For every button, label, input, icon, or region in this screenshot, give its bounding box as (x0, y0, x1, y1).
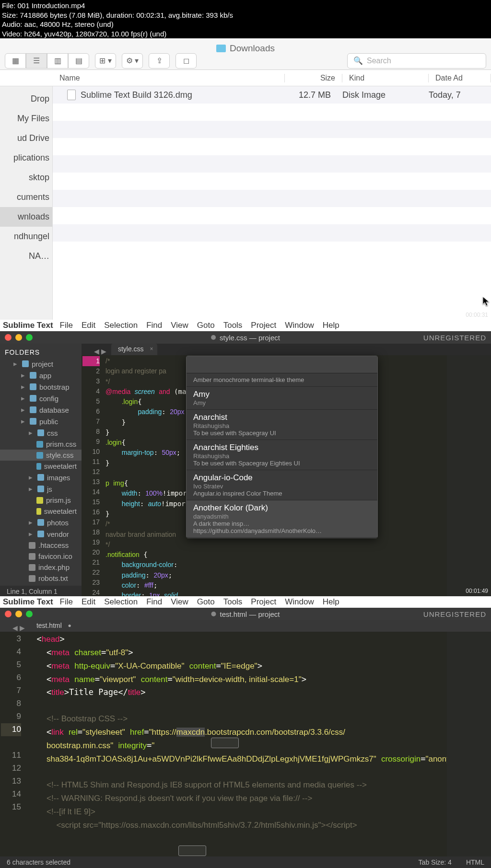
palette-item[interactable]: AnarchistRitashugishaTo be used with Spa… (187, 410, 377, 440)
folder-sidebar[interactable]: FOLDERS ▸ project▸ app▸ bootstrap▸ confi… (0, 344, 82, 586)
minimize-button[interactable] (15, 334, 22, 341)
selection-info: 6 characters selected (7, 858, 70, 866)
tree-item[interactable]: style.css (0, 450, 82, 461)
tab-bar: ◀ ▶ style.css× (82, 344, 491, 355)
menu-project[interactable]: Project (251, 321, 276, 330)
minimize-button[interactable] (15, 611, 22, 617)
coverflow-view-button[interactable]: ▤ (68, 53, 89, 69)
tree-item[interactable]: ▸ js (0, 483, 82, 495)
palette-item[interactable]: AmyAmy (187, 387, 377, 410)
menu-help[interactable]: Help (323, 321, 339, 330)
sidebar-item[interactable]: sktop (0, 168, 52, 187)
palette-item[interactable]: Another Kolor (Dark)danyadsmithA dark th… (187, 500, 377, 538)
tree-item[interactable]: sweetalert (0, 461, 82, 472)
tree-item[interactable]: ▸ bootstrap (0, 381, 82, 393)
sidebar-item[interactable]: ud Drive (0, 128, 52, 148)
tree-item[interactable]: ▸ config (0, 393, 82, 404)
tab-style-css[interactable]: style.css× (111, 344, 157, 355)
tree-item[interactable]: ▸ app (0, 370, 82, 381)
empty-row (53, 190, 491, 207)
close-button[interactable] (5, 334, 12, 341)
menu-edit[interactable]: Edit (82, 597, 95, 607)
col-name[interactable]: Name (53, 74, 285, 82)
menu-window[interactable]: Window (285, 321, 314, 330)
menu-file[interactable]: File (60, 321, 73, 330)
icon-view-button[interactable]: ▦ (5, 53, 26, 69)
col-kind[interactable]: Kind (342, 74, 429, 82)
window-title: test.html — project (211, 610, 280, 618)
menu-find[interactable]: Find (146, 597, 162, 607)
tree-item[interactable]: .htaccess (0, 540, 82, 551)
sidebar-item[interactable]: ndhungel (0, 227, 52, 246)
tree-item[interactable]: sweetalert (0, 506, 82, 517)
tree-item[interactable]: index.php (0, 562, 82, 573)
titlebar[interactable]: test.html — project UNREGISTERED (0, 608, 491, 620)
col-size[interactable]: Size (285, 74, 342, 82)
statusbar: 6 characters selected Tab Size: 4 HTML (0, 856, 491, 868)
sidebar-item[interactable]: plications (0, 148, 52, 168)
menubar[interactable]: Sublime Text File Edit Selection Find Vi… (0, 320, 491, 331)
zoom-button[interactable] (26, 611, 33, 617)
minimap[interactable] (447, 632, 491, 856)
tree-item[interactable]: ▸ public (0, 416, 82, 427)
menu-find[interactable]: Find (146, 321, 162, 330)
menu-goto[interactable]: Goto (197, 321, 215, 330)
sidebar-item[interactable]: Drop (0, 89, 52, 109)
tab-test-html[interactable]: test.html● (30, 620, 75, 632)
tree-item[interactable]: ▸ photos (0, 517, 82, 528)
sidebar-item[interactable]: wnloads (0, 207, 52, 227)
column-view-button[interactable]: ▥ (47, 53, 68, 69)
menu-view[interactable]: View (171, 321, 188, 330)
finder-title: Downloads (216, 43, 275, 54)
tags-button[interactable]: ◻ (175, 53, 197, 69)
menu-file[interactable]: File (60, 597, 73, 607)
menu-help[interactable]: Help (323, 597, 339, 607)
sidebar-item[interactable]: NA… (0, 246, 52, 266)
menu-window[interactable]: Window (285, 597, 314, 607)
palette-item[interactable]: Angular-io-CodeIvo StratevAngular.io ins… (187, 470, 377, 500)
menu-selection[interactable]: Selection (104, 597, 138, 607)
tab-history-back[interactable]: ◀ ▶ (89, 347, 111, 355)
menubar[interactable]: Sublime Text File Edit Selection Find Vi… (0, 596, 491, 608)
menu-tools[interactable]: Tools (223, 321, 243, 330)
close-button[interactable] (5, 611, 12, 617)
close-icon[interactable]: × (150, 346, 153, 352)
finder-sidebar: DropMy Filesud Driveplicationssktopcumen… (0, 86, 53, 326)
finder-search[interactable]: 🔍 Search (347, 53, 486, 69)
tree-item[interactable]: favicon.ico (0, 551, 82, 562)
share-button[interactable]: ⇪ (149, 53, 170, 69)
palette-item[interactable]: Anarchist EightiesRitashugishaTo be used… (187, 440, 377, 470)
command-palette[interactable]: Amber monochrome terminal-like theme Amy… (186, 356, 378, 538)
tab-history-back[interactable]: ◀ ▶ (8, 624, 30, 632)
palette-input[interactable] (187, 356, 377, 373)
code-editor[interactable]: 3456789101112131415 <head> <meta charset… (0, 632, 491, 856)
titlebar[interactable]: style.css — project UNREGISTERED (0, 331, 491, 344)
menu-selection[interactable]: Selection (104, 321, 138, 330)
tree-item[interactable]: prism.css (0, 439, 82, 450)
zoom-button[interactable] (26, 334, 33, 341)
tree-item[interactable]: ▸ database (0, 404, 82, 416)
sidebar-item[interactable]: My Files (0, 109, 52, 128)
tree-item[interactable]: ▸ project (0, 358, 82, 370)
action-button[interactable]: ⚙ ▾ (122, 53, 143, 69)
app-name[interactable]: Sublime Text (3, 321, 53, 330)
menu-project[interactable]: Project (251, 597, 276, 607)
line-gutter: 3456789101112131415 (0, 632, 25, 856)
tree-item[interactable]: ▸ vendor (0, 528, 82, 540)
syntax-lang[interactable]: HTML (466, 858, 484, 866)
menu-edit[interactable]: Edit (82, 321, 95, 330)
menu-goto[interactable]: Goto (197, 597, 215, 607)
tree-item[interactable]: ▸ images (0, 472, 82, 483)
indent-tabsize[interactable]: Tab Size: 4 (419, 858, 452, 866)
arrange-button[interactable]: ⊞ ▾ (95, 53, 116, 69)
list-view-button[interactable]: ☰ (26, 53, 47, 69)
app-name[interactable]: Sublime Text (3, 597, 53, 607)
file-row[interactable]: Sublime Text Build 3126.dmg 12.7 MB Disk… (53, 86, 491, 104)
tree-item[interactable]: robots.txt (0, 573, 82, 584)
menu-view[interactable]: View (171, 597, 188, 607)
tree-item[interactable]: ▸ css (0, 427, 82, 439)
menu-tools[interactable]: Tools (223, 597, 243, 607)
col-date[interactable]: Date Ad (429, 74, 491, 82)
sidebar-item[interactable]: cuments (0, 187, 52, 207)
tree-item[interactable]: prism.js (0, 495, 82, 506)
